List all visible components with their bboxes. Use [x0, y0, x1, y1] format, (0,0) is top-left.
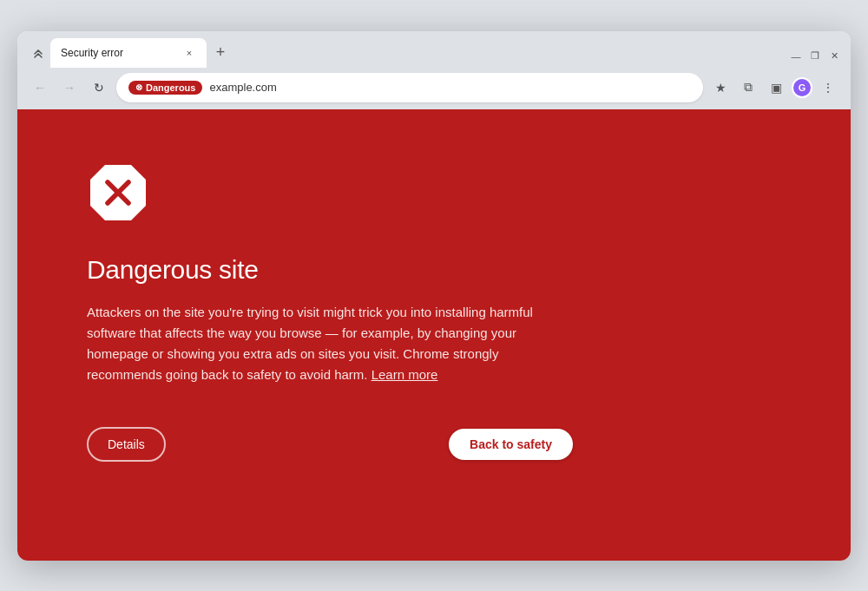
reload-button[interactable]: ↻	[87, 76, 111, 100]
new-tab-button[interactable]: +	[208, 41, 233, 65]
maximize-button[interactable]: ❐	[809, 50, 821, 62]
error-title: Dangerous site	[87, 255, 573, 285]
profile-avatar-button[interactable]: G	[792, 77, 812, 98]
forward-button[interactable]: →	[57, 76, 82, 100]
avatar-initial: G	[799, 82, 806, 93]
active-tab[interactable]: Security error ×	[50, 38, 207, 68]
error-container: Dangerous site Attackers on the site you…	[87, 161, 573, 462]
bookmark-icon: ★	[715, 81, 727, 95]
menu-icon: ⋮	[822, 81, 834, 95]
url-display: example.com	[209, 81, 691, 94]
menu-button[interactable]: ⋮	[816, 76, 840, 100]
tab-title: Security error	[61, 47, 175, 59]
back-button[interactable]: ←	[28, 76, 52, 100]
address-bar[interactable]: ⊗ Dangerous example.com	[116, 73, 703, 102]
title-bar: Security error × + — ❐ ✕	[17, 31, 851, 68]
dangerous-badge: ⊗ Dangerous	[128, 81, 202, 95]
dangerous-label: Dangerous	[146, 82, 195, 93]
warning-icon	[87, 161, 149, 224]
learn-more-link[interactable]: Learn more	[372, 367, 438, 382]
tab-group: Security error × +	[28, 38, 786, 68]
minimize-button[interactable]: —	[790, 50, 802, 62]
details-button[interactable]: Details	[87, 427, 166, 462]
split-view-button[interactable]: ▣	[764, 76, 788, 100]
back-to-safety-button[interactable]: Back to safety	[449, 429, 573, 460]
toolbar-actions: ★ ⧉ ▣ G ⋮	[708, 76, 840, 100]
close-window-button[interactable]: ✕	[828, 50, 840, 62]
tab-expand-button[interactable]	[28, 42, 49, 68]
toolbar: ← → ↻ ⊗ Dangerous example.com ★ ⧉ ▣	[17, 68, 851, 109]
error-actions: Details Back to safety	[87, 427, 573, 462]
tab-close-button[interactable]: ×	[182, 46, 196, 60]
page-content: Dangerous site Attackers on the site you…	[17, 109, 851, 561]
bookmark-button[interactable]: ★	[708, 76, 733, 100]
window-controls: — ❐ ✕	[790, 50, 840, 68]
browser-window: Security error × + — ❐ ✕ ← → ↻ ⊗ Dangero…	[17, 31, 851, 561]
error-description: Attackers on the site you're trying to v…	[87, 302, 573, 385]
split-view-icon: ▣	[771, 81, 782, 95]
extensions-icon: ⧉	[744, 80, 753, 95]
dangerous-icon: ⊗	[135, 82, 142, 92]
extensions-button[interactable]: ⧉	[736, 76, 760, 100]
